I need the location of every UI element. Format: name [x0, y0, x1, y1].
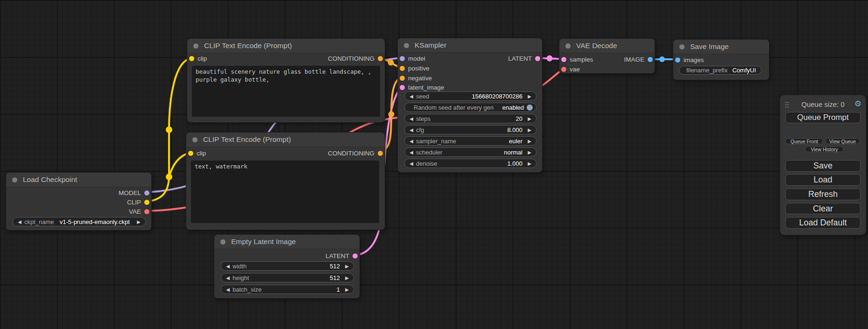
collapse-dot-icon[interactable]	[404, 43, 409, 48]
widget-label: steps	[416, 115, 430, 122]
conditioning-port-icon[interactable]	[378, 151, 383, 156]
increment-icon[interactable]: ▶	[135, 219, 142, 224]
save-button[interactable]: Save	[785, 160, 861, 172]
output-slot-conditioning: CONDITIONING	[188, 148, 383, 158]
increment-icon[interactable]: ▶	[526, 161, 533, 166]
latent-port-icon[interactable]	[400, 85, 405, 90]
decrement-icon[interactable]: ◀	[408, 150, 415, 155]
load-default-button[interactable]: Load Default	[785, 217, 861, 229]
decrement-icon[interactable]: ◀	[408, 127, 415, 133]
latent-port-icon[interactable]	[535, 56, 540, 61]
queue-prompt-button[interactable]: Queue Prompt	[785, 112, 861, 123]
node-graph-canvas[interactable]: Load Checkpoint MODEL CLIP VAE ◀ ckpt_na…	[0, 0, 868, 329]
collapse-dot-icon[interactable]	[565, 43, 571, 49]
increment-icon[interactable]: ▶	[526, 94, 533, 99]
decrement-icon[interactable]: ◀	[225, 275, 231, 280]
widget-label: batch_size	[233, 286, 261, 293]
node-header[interactable]: Load Checkpoint	[6, 173, 151, 187]
node-header[interactable]: Empty Latent Image	[214, 235, 360, 249]
queue-size-label: Queue size: 0	[780, 100, 866, 108]
increment-icon[interactable]: ▶	[526, 127, 533, 133]
node-title: VAE Decode	[576, 42, 617, 50]
increment-icon[interactable]: ▶	[526, 150, 533, 155]
model-port-icon[interactable]	[144, 190, 149, 196]
node-vae-decode[interactable]: VAE Decode samples IMAGE vae	[559, 38, 655, 74]
gear-icon[interactable]: ⚙	[854, 99, 861, 109]
increment-icon[interactable]: ▶	[344, 275, 350, 280]
load-button[interactable]: Load	[785, 174, 861, 186]
widget-batch-size[interactable]: ◀ batch_size 1 ▶	[221, 285, 354, 294]
decrement-icon[interactable]: ◀	[225, 287, 231, 292]
increment-icon[interactable]: ▶	[526, 116, 533, 121]
increment-icon[interactable]: ▶	[344, 287, 350, 292]
node-header[interactable]: CLIP Text Encode (Prompt)	[187, 39, 385, 53]
widget-value: 8.000	[507, 126, 526, 133]
collapse-dot-icon[interactable]	[12, 177, 17, 182]
collapse-dot-icon[interactable]	[192, 137, 198, 142]
view-history-button[interactable]: View History	[805, 146, 844, 152]
input-slot-vae: vae	[561, 64, 653, 74]
conditioning-port-icon[interactable]	[400, 66, 405, 71]
collapse-dot-icon[interactable]	[220, 239, 226, 245]
node-header[interactable]: Save Image	[673, 40, 769, 54]
node-header[interactable]: KSampler	[398, 38, 542, 53]
input-slot-images: images	[675, 55, 767, 64]
node-load-checkpoint[interactable]: Load Checkpoint MODEL CLIP VAE ◀ ckpt_na…	[6, 172, 152, 231]
image-port-icon[interactable]	[675, 57, 680, 63]
vae-port-icon[interactable]	[144, 209, 149, 214]
prompt-textarea[interactable]: text, watermark	[191, 161, 379, 223]
widget-label: width	[233, 263, 247, 270]
widget-width[interactable]: ◀ width 512 ▶	[221, 261, 354, 271]
widget-steps[interactable]: ◀ steps 20 ▶	[404, 114, 536, 123]
widget-height[interactable]: ◀ height 512 ▶	[221, 273, 354, 282]
widget-label: scheduler	[416, 149, 442, 156]
conditioning-port-icon[interactable]	[400, 76, 405, 81]
node-clip-text-encode-positive[interactable]: CLIP Text Encode (Prompt) clip CONDITION…	[187, 38, 385, 123]
increment-icon[interactable]: ▶	[526, 139, 533, 144]
prompt-textarea[interactable]: beautiful scenery nature glass bottle la…	[192, 66, 380, 117]
clear-button[interactable]: Clear	[785, 203, 861, 214]
increment-icon[interactable]: ▶	[344, 264, 350, 269]
conditioning-port-icon[interactable]	[378, 56, 383, 61]
view-queue-button[interactable]: View Queue	[825, 138, 860, 144]
widget-cfg[interactable]: ◀ cfg 8.000 ▶	[404, 125, 536, 134]
node-title: CLIP Text Encode (Prompt)	[204, 42, 292, 50]
widget-label: filename_prefix	[686, 67, 727, 74]
widget-random-seed[interactable]: Random seed after every gen enabled	[404, 103, 536, 112]
widget-value: v1-5-pruned-emaonly.ckpt	[54, 218, 135, 225]
widget-filename-prefix[interactable]: filename_prefix ComfyUI	[679, 66, 762, 75]
slot-label: VAE	[129, 208, 141, 215]
decrement-icon[interactable]: ◀	[408, 139, 415, 144]
widget-value: 512	[330, 263, 344, 270]
queue-panel[interactable]: Queue size: 0 ⚙ Queue Prompt Extra optio…	[780, 95, 866, 235]
widget-denoise[interactable]: ◀ denoise 1.000 ▶	[404, 159, 536, 168]
node-header[interactable]: CLIP Text Encode (Prompt)	[186, 133, 385, 147]
decrement-icon[interactable]: ◀	[408, 116, 415, 121]
widget-sampler-name[interactable]: ◀ sampler_name euler ▶	[404, 136, 536, 146]
queue-front-button[interactable]: Queue Front	[785, 138, 823, 144]
node-empty-latent-image[interactable]: Empty Latent Image LATENT ◀ width 512 ▶ …	[214, 234, 360, 299]
slot-label: images	[684, 56, 704, 63]
node-ksampler[interactable]: KSampler model LATENT positive negative …	[397, 38, 543, 173]
widget-ckpt-name[interactable]: ◀ ckpt_name v1-5-pruned-emaonly.ckpt ▶	[13, 217, 146, 226]
node-header[interactable]: VAE Decode	[559, 39, 655, 53]
widget-scheduler[interactable]: ◀ scheduler normal ▶	[404, 147, 536, 157]
node-clip-text-encode-negative[interactable]: CLIP Text Encode (Prompt) clip CONDITION…	[186, 132, 385, 230]
image-port-icon[interactable]	[648, 57, 653, 62]
widget-label: sampler_name	[416, 138, 456, 145]
widget-seed[interactable]: ◀ seed 156680208700286 ▶	[404, 91, 536, 101]
toggle-icon[interactable]	[527, 105, 533, 111]
decrement-icon[interactable]: ◀	[408, 94, 415, 99]
latent-port-icon[interactable]	[353, 253, 358, 259]
decrement-icon[interactable]: ◀	[16, 219, 23, 224]
decrement-icon[interactable]: ◀	[225, 264, 231, 269]
node-title: Load Checkpoint	[23, 175, 77, 184]
node-save-image[interactable]: Save Image images filename_prefix ComfyU…	[673, 39, 769, 80]
vae-port-icon[interactable]	[561, 67, 566, 72]
collapse-dot-icon[interactable]	[193, 43, 198, 49]
collapse-dot-icon[interactable]	[679, 44, 685, 49]
decrement-icon[interactable]: ◀	[408, 161, 415, 166]
slot-label: LATENT	[325, 252, 349, 259]
clip-port-icon[interactable]	[144, 200, 149, 205]
refresh-button[interactable]: Refresh	[785, 189, 861, 200]
